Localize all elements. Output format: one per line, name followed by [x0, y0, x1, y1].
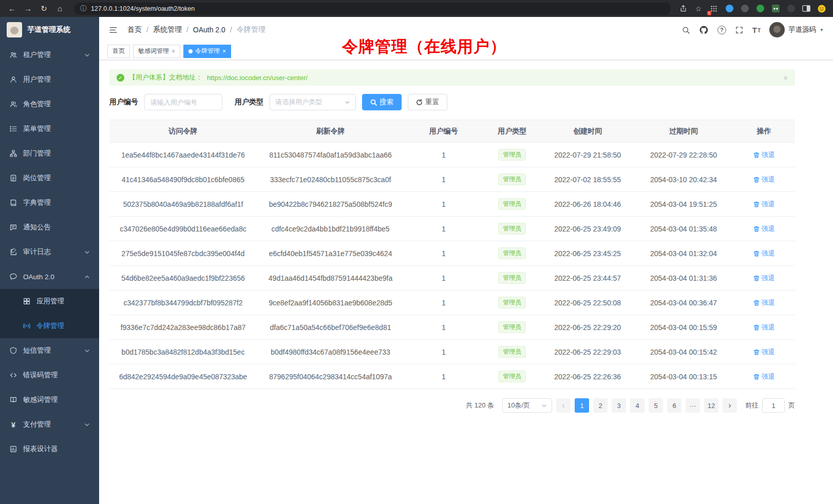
- chat-icon: [9, 273, 17, 281]
- force-logout-button[interactable]: 强退: [753, 274, 775, 283]
- force-logout-button[interactable]: 强退: [753, 298, 775, 307]
- sidebar-item-menu[interactable]: 菜单管理: [0, 117, 99, 141]
- sidebar-item-error-code[interactable]: 错误码管理: [0, 363, 99, 387]
- sidebar-item-audit-log[interactable]: 审计日志: [0, 240, 99, 264]
- force-logout-button[interactable]: 强退: [753, 347, 775, 357]
- sidebar-item-user[interactable]: 用户管理: [0, 67, 99, 92]
- sidebar-item-label: 令牌管理: [36, 321, 90, 331]
- sidebar-item-sensitive-word[interactable]: 敏感词管理: [0, 387, 99, 412]
- sidebar-item-tenant[interactable]: 租户管理: [0, 43, 99, 67]
- reset-button[interactable]: 重置: [408, 94, 447, 110]
- share-icon[interactable]: [678, 4, 688, 14]
- next-page-button[interactable]: ›: [723, 398, 737, 413]
- fullscreen-icon[interactable]: [735, 26, 744, 34]
- refresh-token-cell: b0df4980ffd34c67a08f9156e4eee733: [257, 348, 404, 356]
- prev-page-button[interactable]: ‹: [556, 398, 571, 413]
- force-logout-button[interactable]: 强退: [753, 323, 775, 332]
- sidebar-item-oauth[interactable]: OAuth 2.0: [0, 264, 99, 289]
- force-logout-button[interactable]: 强退: [753, 372, 775, 381]
- force-logout-button[interactable]: 强退: [753, 175, 775, 184]
- sidebar-item-post[interactable]: 岗位管理: [0, 166, 99, 190]
- user-menu[interactable]: 芋道源码 ▼: [769, 22, 824, 37]
- tab-token-mgmt[interactable]: 令牌管理 ×: [183, 45, 231, 58]
- access-token-cell: 6d842e2924594de9a09e45e087323abe: [109, 373, 257, 381]
- user-type-cell: 管理员: [483, 272, 541, 284]
- sidebar-item-sms[interactable]: 短信管理: [0, 338, 99, 363]
- tab-close-icon[interactable]: ×: [172, 48, 175, 55]
- user-icon: [9, 75, 17, 84]
- trash-icon: [753, 250, 760, 257]
- header-bar: 首页 / 系统管理 / OAuth 2.0 / 令牌管理 ?: [99, 17, 833, 43]
- tab-home[interactable]: 首页: [107, 45, 130, 58]
- sidebar-item-app-mgmt[interactable]: 应用管理: [0, 289, 99, 314]
- sidebar-collapse-button[interactable]: [108, 25, 118, 35]
- doc-link[interactable]: https://doc.iocoder.cn/user-center/: [207, 74, 308, 82]
- help-icon[interactable]: ?: [717, 26, 726, 34]
- page-button[interactable]: 2: [593, 398, 608, 413]
- badge-icon: [9, 174, 17, 182]
- github-icon[interactable]: [699, 25, 709, 35]
- force-logout-button[interactable]: 强退: [753, 150, 775, 160]
- refresh-token-cell: dfa6c71a50a54c66bef706ef9e6e8d81: [257, 323, 404, 332]
- tab-close-icon[interactable]: ×: [222, 48, 226, 55]
- extension-green-icon[interactable]: [755, 4, 765, 14]
- extension-dark-icon[interactable]: [740, 4, 750, 14]
- breadcrumb-system[interactable]: 系统管理: [153, 25, 182, 34]
- extension-monkey-icon[interactable]: [770, 4, 781, 14]
- alert-close-icon[interactable]: ×: [783, 73, 788, 82]
- browser-home-button[interactable]: ⌂: [53, 2, 67, 15]
- page-button[interactable]: 6: [667, 398, 681, 413]
- announcement-icon: [9, 223, 17, 231]
- address-bar[interactable]: ⓘ 127.0.0.1:1024/system/oauth2/token: [74, 3, 671, 15]
- tab-sensitive-word[interactable]: 敏感词管理 ×: [133, 45, 180, 58]
- font-size-icon[interactable]: TT: [752, 26, 761, 34]
- browser-reload-button[interactable]: ↻: [37, 2, 51, 15]
- breadcrumb-oauth[interactable]: OAuth 2.0: [193, 26, 225, 34]
- force-logout-label: 强退: [762, 298, 775, 307]
- sidebar-item-pay[interactable]: ¥ 支付管理: [0, 412, 99, 437]
- goto-suffix: 页: [788, 401, 795, 410]
- user-type-tag: 管理员: [498, 371, 526, 382]
- sidebar-item-report-designer[interactable]: 报表设计器: [0, 437, 99, 461]
- sidebar-item-label: 租户管理: [23, 50, 79, 60]
- force-logout-button[interactable]: 强退: [753, 249, 775, 258]
- user-type-select[interactable]: 请选择用户类型: [270, 94, 356, 110]
- browser-forward-button[interactable]: →: [21, 2, 35, 15]
- force-logout-button[interactable]: 强退: [753, 200, 775, 209]
- browser-back-button[interactable]: ←: [5, 2, 19, 15]
- force-logout-button[interactable]: 强退: [753, 224, 775, 234]
- sidebar-item-role[interactable]: 角色管理: [0, 92, 99, 117]
- sidebar-item-token-mgmt[interactable]: 令牌管理: [0, 314, 99, 338]
- user-type-cell: 管理员: [483, 149, 541, 161]
- extension-paw-icon[interactable]: [786, 4, 796, 14]
- chevron-down-icon: [84, 348, 90, 354]
- extension-grid-icon[interactable]: 0: [709, 4, 719, 14]
- user-id-cell: 1: [404, 225, 483, 233]
- sidebar-item-notice[interactable]: 通知公告: [0, 215, 99, 240]
- page-button[interactable]: 4: [630, 398, 645, 413]
- page-goto-input[interactable]: [762, 398, 785, 413]
- page-ellipsis-button[interactable]: ···: [686, 398, 700, 413]
- extension-blue-icon[interactable]: [724, 4, 734, 14]
- breadcrumb-home[interactable]: 首页: [127, 25, 142, 34]
- page-button[interactable]: 1: [575, 398, 589, 413]
- page-button[interactable]: 5: [649, 398, 663, 413]
- user-id-input[interactable]: [144, 94, 222, 110]
- page-size-select[interactable]: 10条/页: [502, 398, 552, 413]
- breadcrumb-separator: /: [146, 26, 148, 34]
- user-type-cell: 管理员: [483, 173, 541, 185]
- user-id-cell: 1: [404, 274, 483, 282]
- search-button[interactable]: 搜索: [362, 94, 402, 110]
- sidebar-item-dept[interactable]: 部门管理: [0, 141, 99, 166]
- page-button[interactable]: 12: [704, 398, 718, 413]
- profile-avatar[interactable]: [817, 4, 827, 14]
- oauth-submenu: 应用管理 令牌管理: [0, 289, 99, 338]
- active-dot-icon: [188, 49, 193, 53]
- page-button[interactable]: 3: [612, 398, 626, 413]
- action-cell: 强退: [733, 175, 795, 184]
- search-icon[interactable]: [681, 26, 690, 34]
- sidebar-item-dict[interactable]: 字典管理: [0, 190, 99, 215]
- split-screen-icon[interactable]: [801, 4, 811, 14]
- bookmark-star-icon[interactable]: ☆: [693, 4, 704, 14]
- site-info-icon[interactable]: ⓘ: [80, 4, 87, 13]
